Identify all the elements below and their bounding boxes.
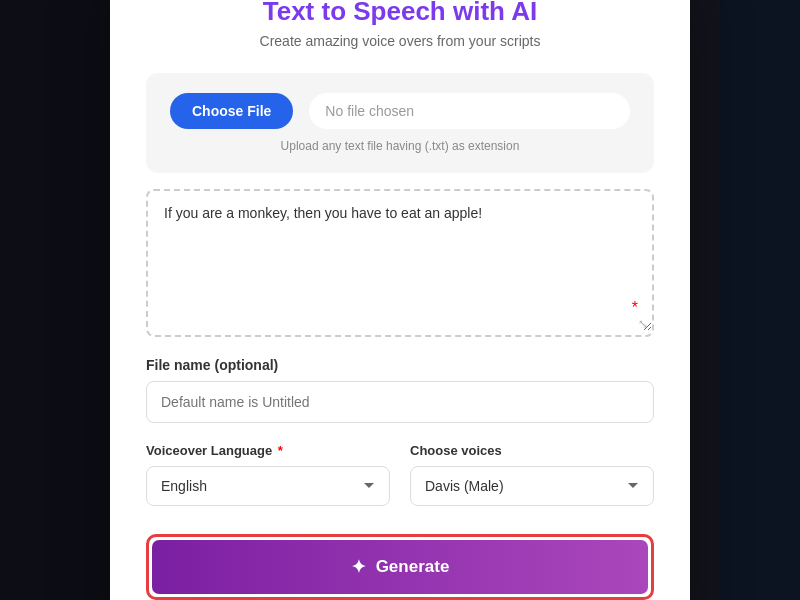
voiceover-language-select[interactable]: English Spanish French German Italian (146, 466, 390, 506)
sparkle-icon: ✦ (351, 556, 366, 578)
upload-hint: Upload any text file having (.txt) as ex… (170, 139, 630, 153)
filename-label: File name (optional) (146, 357, 654, 373)
choose-voices-group: Choose voices Davis (Male) Jenny (Female… (410, 443, 654, 506)
text-to-speech-modal: × Text to Speech with AI Create amazing … (110, 0, 690, 600)
file-name-display (309, 93, 630, 129)
choose-voices-label: Choose voices (410, 443, 654, 458)
choose-voices-select[interactable]: Davis (Male) Jenny (Female) Guy (Male) A… (410, 466, 654, 506)
script-textarea[interactable] (148, 191, 652, 331)
voiceover-language-label: Voiceover Language * (146, 443, 390, 458)
voiceover-language-group: Voiceover Language * English Spanish Fre… (146, 443, 390, 506)
file-upload-area: Choose File Upload any text file having … (146, 73, 654, 173)
filename-input[interactable] (146, 381, 654, 423)
language-required-dot: * (274, 443, 283, 458)
generate-button-wrapper: ✦ Generate (146, 534, 654, 600)
choose-file-button[interactable]: Choose File (170, 93, 293, 129)
script-textarea-wrapper: * ⤡ (146, 189, 654, 337)
modal-subtitle: Create amazing voice overs from your scr… (146, 33, 654, 49)
generate-button[interactable]: ✦ Generate (152, 540, 648, 594)
file-upload-row: Choose File (170, 93, 630, 129)
dropdowns-row: Voiceover Language * English Spanish Fre… (146, 443, 654, 506)
required-indicator: * (632, 299, 638, 317)
resize-handle: ⤡ (638, 317, 648, 331)
generate-button-label: Generate (376, 557, 450, 577)
modal-title: Text to Speech with AI (146, 0, 654, 27)
